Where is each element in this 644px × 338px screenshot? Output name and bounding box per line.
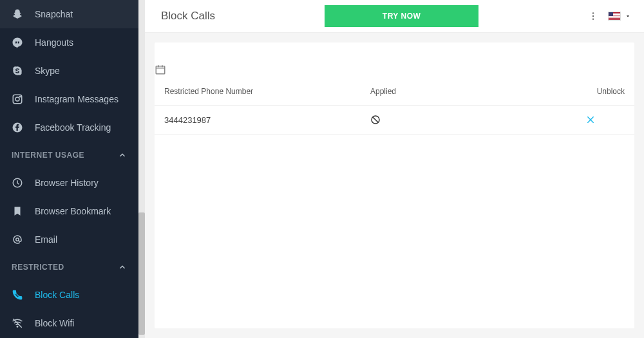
cell-phone-number: 3444231987: [164, 115, 370, 125]
sidebar-item-label: Hangouts: [35, 37, 73, 48]
sidebar-item-label: Email: [35, 234, 57, 245]
snapchat-icon: [10, 6, 25, 22]
sidebar-item-hangouts[interactable]: Hangouts: [0, 28, 138, 57]
wifi-off-icon: [10, 315, 25, 331]
column-header-applied: Applied: [370, 87, 586, 96]
sidebar-item-block-wifi[interactable]: Block Wifi: [0, 309, 138, 337]
svg-point-11: [592, 12, 594, 14]
skype-icon: [10, 63, 25, 79]
sidebar-item-skype[interactable]: Skype: [0, 57, 138, 85]
phone-block-icon: [10, 287, 25, 303]
sidebar-section-internet[interactable]: INTERNET USAGE: [0, 142, 138, 169]
column-header-unblock: Unblock: [586, 87, 625, 96]
unblock-button[interactable]: [586, 115, 625, 124]
header-actions: [588, 11, 631, 21]
section-label: INTERNET USAGE: [12, 151, 84, 160]
sidebar-item-facebook[interactable]: Facebook Tracking: [0, 113, 138, 142]
sidebar-item-label: Skype: [35, 66, 60, 76]
table-header: Restricted Phone Number Applied Unblock: [155, 75, 634, 106]
clock-icon: [10, 175, 25, 191]
facebook-icon: [10, 120, 25, 135]
chevron-up-icon: [118, 263, 127, 272]
sidebar-item-browser-bookmark[interactable]: Browser Bookmark: [0, 197, 138, 225]
svg-point-2: [19, 96, 21, 97]
sidebar-item-label: Snapchat: [35, 9, 73, 19]
scrollbar-thumb[interactable]: [138, 212, 145, 335]
more-vertical-icon[interactable]: [588, 11, 598, 21]
try-now-button[interactable]: TRY NOW: [325, 5, 479, 27]
sidebar-item-browser-history[interactable]: Browser History: [0, 169, 138, 197]
cell-unblock: [586, 115, 625, 124]
sidebar-item-email[interactable]: Email: [0, 225, 138, 254]
card: Restricted Phone Number Applied Unblock …: [155, 42, 634, 328]
bookmark-icon: [10, 203, 25, 219]
chevron-up-icon: [118, 151, 127, 160]
calendar-icon[interactable]: [155, 64, 634, 75]
content-area: Restricted Phone Number Applied Unblock …: [138, 33, 644, 338]
sidebar-item-label: Facebook Tracking: [35, 122, 111, 133]
us-flag-icon: [608, 12, 621, 21]
blocked-icon: [370, 115, 586, 125]
sidebar: Snapchat Hangouts Skype Instagram Messag…: [0, 0, 138, 338]
sidebar-item-instagram[interactable]: Instagram Messages: [0, 85, 138, 113]
column-header-number: Restricted Phone Number: [164, 87, 370, 96]
chevron-down-icon: [625, 13, 631, 19]
sidebar-item-label: Instagram Messages: [35, 94, 118, 104]
svg-point-6: [17, 326, 18, 328]
cell-applied: [370, 115, 586, 125]
section-label: RESTRICTED: [12, 263, 64, 272]
header: Block Calls TRY NOW: [145, 0, 644, 33]
sidebar-item-label: Block Wifi: [35, 318, 74, 328]
language-dropdown[interactable]: [608, 12, 631, 21]
at-icon: [10, 232, 25, 247]
sidebar-item-block-calls[interactable]: Block Calls: [0, 281, 138, 309]
instagram-icon: [10, 91, 25, 107]
svg-point-13: [592, 18, 594, 19]
sidebar-section-restricted[interactable]: RESTRICTED: [0, 254, 138, 281]
table-row: 3444231987: [155, 106, 634, 135]
sidebar-item-label: Browser Bookmark: [35, 206, 111, 216]
svg-point-12: [592, 15, 594, 17]
hangouts-icon: [10, 35, 25, 50]
main-content: Block Calls TRY NOW Restricted Phone Num…: [138, 0, 644, 338]
sidebar-item-snapchat[interactable]: Snapchat: [0, 0, 138, 28]
scrollbar-track: [138, 0, 145, 338]
page-title: Block Calls: [161, 10, 215, 23]
sidebar-item-label: Browser History: [35, 178, 99, 188]
sidebar-item-label: Block Calls: [35, 290, 79, 300]
svg-rect-14: [156, 66, 165, 74]
svg-point-1: [15, 97, 19, 101]
